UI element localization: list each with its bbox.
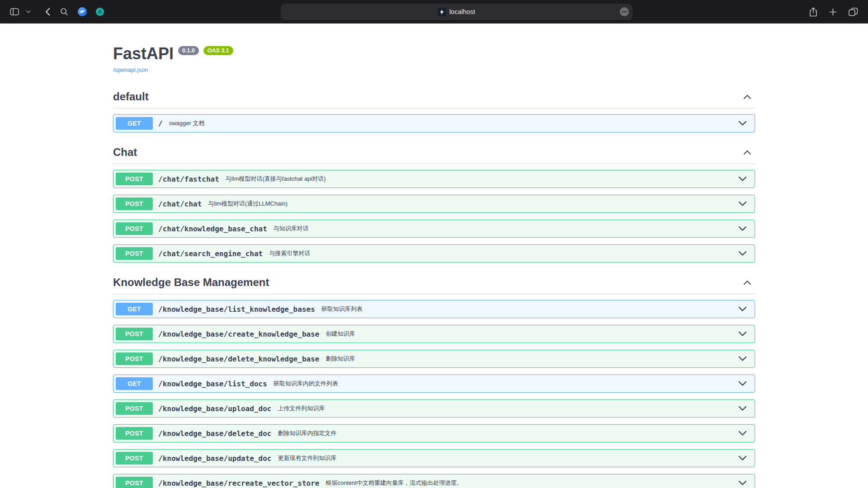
url-text: localhost: [449, 8, 475, 15]
chevron-down-icon[interactable]: [733, 431, 752, 436]
chevron-down-icon[interactable]: [733, 226, 752, 231]
address-bar[interactable]: localhost: [281, 4, 632, 20]
chevron-left-icon: [45, 8, 50, 16]
new-tab-button[interactable]: [826, 5, 840, 19]
chevron-down-icon[interactable]: [733, 121, 752, 126]
method-badge: POST: [116, 173, 153, 185]
search-button[interactable]: [57, 5, 71, 19]
oas-badge: OAS 3.1: [203, 46, 233, 55]
section-header[interactable]: Knowledge Base Management: [113, 269, 755, 294]
operation-description: 删除知识库内指定文件: [278, 429, 336, 437]
operation-path: /knowledge_base/delete_knowledge_base: [158, 355, 319, 363]
chevron-down-icon[interactable]: [733, 306, 752, 312]
chevron-down-icon[interactable]: [733, 356, 752, 361]
operation-description: 与知识库对话: [274, 225, 309, 233]
browser-toolbar: localhost: [0, 0, 868, 23]
operation-row[interactable]: POST /knowledge_base/upload_doc 上传文件到知识库: [113, 399, 755, 418]
tabs-icon: [849, 8, 858, 16]
share-icon: [809, 7, 817, 17]
search-icon: [60, 8, 68, 16]
chevron-down-icon[interactable]: [733, 176, 752, 182]
operation-description: 与llm模型对话(通过LLMChain): [208, 200, 288, 208]
method-badge: POST: [116, 352, 153, 365]
sections: default GET / swagger 文档 Chat POST /chat…: [113, 84, 755, 488]
section-title: Chat: [113, 146, 137, 159]
sidebar-icon: [10, 8, 19, 15]
operation-description: 根据content中文档重建向量库，流式输出处理进度。: [326, 479, 462, 487]
chevron-down-icon[interactable]: [733, 455, 752, 461]
chevron-up-icon[interactable]: [740, 94, 755, 99]
lightning-bolt-icon: [440, 9, 444, 14]
sidebar-toggle-button[interactable]: [7, 5, 22, 18]
operation-list: GET / swagger 文档: [113, 114, 755, 132]
operation-row[interactable]: POST /knowledge_base/create_knowledge_ba…: [113, 325, 755, 343]
method-badge: GET: [116, 377, 153, 390]
chevron-down-icon[interactable]: [733, 406, 752, 411]
operation-path: /knowledge_base/create_knowledge_base: [158, 330, 319, 338]
operation-path: /chat/fastchat: [158, 175, 219, 183]
operation-row[interactable]: GET /knowledge_base/list_docs 获取知识库内的文件列…: [113, 375, 755, 393]
operation-path: /knowledge_base/list_docs: [158, 380, 267, 388]
operation-path: /: [158, 119, 163, 128]
section-title: Knowledge Base Management: [113, 276, 269, 289]
api-title-text: FastAPI: [113, 44, 174, 63]
tag-section: Knowledge Base Management GET /knowledge…: [113, 269, 755, 488]
operation-path: /knowledge_base/update_doc: [158, 454, 271, 463]
page-title: FastAPI 0.1.0 OAS 3.1: [113, 44, 755, 63]
operation-path: /chat/chat: [158, 200, 202, 208]
operation-row[interactable]: GET /knowledge_base/list_knowledge_bases…: [113, 300, 755, 318]
method-badge: POST: [116, 247, 153, 260]
api-info: FastAPI 0.1.0 OAS 3.1 /openapi.json: [113, 44, 755, 74]
operation-row[interactable]: POST /chat/knowledge_base_chat 与知识库对话: [113, 220, 755, 238]
method-badge: POST: [116, 452, 153, 465]
plus-icon: [829, 8, 837, 16]
operation-row[interactable]: POST /knowledge_base/delete_knowledge_ba…: [113, 350, 755, 368]
operation-description: 创建知识库: [326, 330, 355, 338]
section-header[interactable]: default: [113, 84, 755, 108]
blue-bird-app-icon[interactable]: [75, 5, 89, 19]
page-settings-button[interactable]: [620, 7, 629, 16]
chevron-up-icon[interactable]: [740, 280, 755, 285]
method-badge: GET: [116, 117, 153, 130]
back-button[interactable]: [42, 5, 53, 19]
chevron-down-icon[interactable]: [733, 251, 752, 256]
operation-row[interactable]: POST /knowledge_base/delete_doc 删除知识库内指定…: [113, 424, 755, 442]
section-header[interactable]: Chat: [113, 139, 755, 164]
chevron-down-icon[interactable]: [733, 201, 752, 206]
chevron-down-icon[interactable]: [733, 381, 752, 386]
operation-path: /knowledge_base/upload_doc: [158, 404, 271, 413]
method-badge: POST: [116, 427, 153, 440]
sidebar-menu-chevron-button[interactable]: [24, 8, 33, 16]
bird-icon: [77, 7, 87, 17]
ellipsis-icon: [622, 11, 627, 13]
operation-description: 获取知识库内的文件列表: [274, 380, 338, 388]
operation-row[interactable]: POST /knowledge_base/update_doc 更新现有文件到知…: [113, 449, 755, 467]
operation-path: /knowledge_base/recreate_vector_store: [158, 479, 319, 488]
operation-path: /knowledge_base/delete_doc: [158, 429, 271, 438]
operation-description: 与搜索引擎对话: [269, 249, 310, 258]
chevron-down-icon[interactable]: [733, 331, 752, 337]
operation-row[interactable]: POST /chat/chat 与llm模型对话(通过LLMChain): [113, 195, 755, 213]
method-badge: POST: [116, 328, 153, 340]
method-badge: GET: [116, 303, 153, 315]
tab-overview-button[interactable]: [846, 5, 861, 19]
method-badge: POST: [116, 222, 153, 235]
chevron-down-icon[interactable]: [733, 480, 752, 486]
operation-description: 获取知识库列表: [321, 305, 363, 313]
operation-row[interactable]: POST /chat/search_engine_chat 与搜索引擎对话: [113, 244, 755, 263]
openapi-spec-link[interactable]: /openapi.json: [113, 66, 148, 73]
method-badge: POST: [116, 197, 153, 210]
method-badge: POST: [116, 402, 153, 415]
operation-row[interactable]: POST /chat/fastchat 与llm模型对话(直接与fastchat…: [113, 170, 755, 188]
swagger-wrapper: FastAPI 0.1.0 OAS 3.1 /openapi.json defa…: [104, 44, 764, 488]
teal-circle-app-icon[interactable]: [94, 5, 106, 18]
method-badge: POST: [116, 477, 153, 488]
tag-section: Chat POST /chat/fastchat 与llm模型对话(直接与fas…: [113, 139, 755, 263]
share-button[interactable]: [807, 5, 820, 19]
operation-list: POST /chat/fastchat 与llm模型对话(直接与fastchat…: [113, 170, 755, 263]
operation-row[interactable]: GET / swagger 文档: [113, 114, 755, 132]
operation-description: 上传文件到知识库: [278, 404, 325, 413]
chevron-up-icon[interactable]: [740, 150, 755, 155]
operation-row[interactable]: POST /knowledge_base/recreate_vector_sto…: [113, 474, 755, 488]
operation-list: GET /knowledge_base/list_knowledge_bases…: [113, 300, 755, 488]
